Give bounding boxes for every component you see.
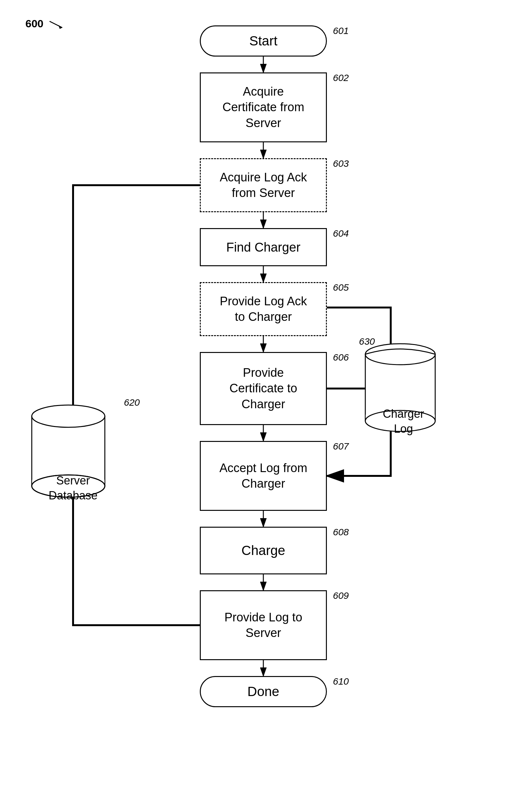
- n606-node: ProvideCertificate toCharger: [200, 352, 327, 425]
- ref-620: 620: [124, 397, 140, 408]
- n603-node: Acquire Log Ackfrom Server: [200, 158, 327, 212]
- n604-node: Find Charger: [200, 228, 327, 266]
- start-node: Start: [200, 25, 327, 57]
- diagram-id: 600: [26, 17, 65, 31]
- svg-point-19: [365, 344, 435, 365]
- ref-609: 609: [333, 590, 349, 601]
- n608-node: Charge: [200, 527, 327, 575]
- ref-606: 606: [333, 352, 349, 363]
- ref-603: 603: [333, 158, 349, 169]
- done-node: Done: [200, 676, 327, 707]
- ref-605: 605: [333, 282, 349, 293]
- charger-log-label: ChargerLog: [359, 407, 448, 436]
- n602-node: AcquireCertificate fromServer: [200, 72, 327, 142]
- ref-630: 630: [359, 336, 375, 347]
- ref-610: 610: [333, 676, 349, 687]
- n609-node: Provide Log toServer: [200, 590, 327, 660]
- ref-608: 608: [333, 527, 349, 537]
- diagram: 600: [0, 0, 527, 812]
- ref-602: 602: [333, 72, 349, 83]
- n607-node: Accept Log fromCharger: [200, 441, 327, 511]
- ref-604: 604: [333, 228, 349, 239]
- ref-607: 607: [333, 441, 349, 452]
- n605-node: Provide Log Ackto Charger: [200, 282, 327, 336]
- ref-601: 601: [333, 25, 349, 36]
- server-database-label: ServerDatabase: [26, 473, 121, 503]
- svg-point-14: [32, 405, 105, 427]
